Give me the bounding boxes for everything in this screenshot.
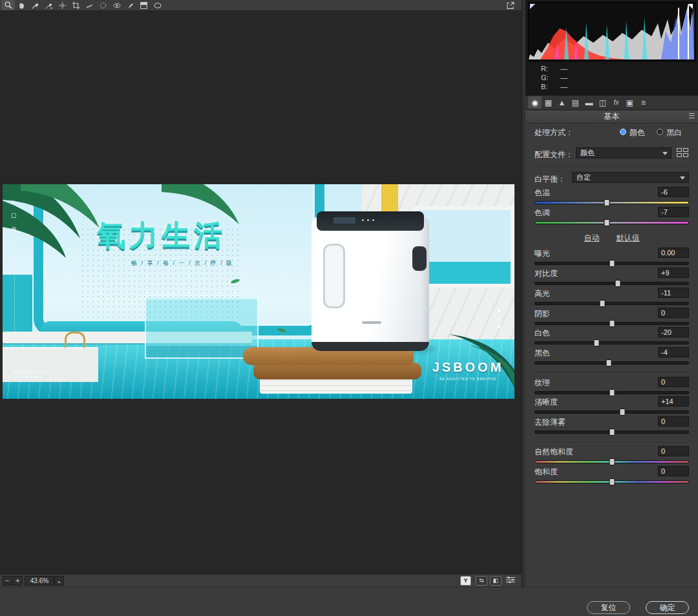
targeted-adjustment-tool-icon[interactable] (56, 0, 69, 10)
zoom-dropdown-caret[interactable]: ⌄ (54, 576, 64, 586)
default-link[interactable]: 默认值 (617, 233, 640, 244)
slider-handle[interactable] (615, 280, 620, 287)
histogram-section: R:— G:— B:— (525, 0, 698, 96)
slider-track[interactable] (534, 341, 689, 345)
slider-track[interactable] (534, 410, 689, 414)
slider-value-input[interactable]: +9 (658, 268, 689, 278)
slider-handle[interactable] (609, 429, 615, 436)
pagination-dot (498, 310, 500, 312)
camera-raw-window: 氧力生活 畅 / 享 / 每 / 一 / 次 / 呼 / 吸 JSBOOM BE… (0, 0, 698, 616)
panel-menu-icon[interactable]: ☰ (688, 111, 695, 121)
red-eye-removal-tool-icon[interactable] (110, 0, 123, 10)
color-sampler-tool-icon[interactable] (42, 0, 56, 10)
slider-handle[interactable] (593, 339, 599, 346)
slider-value-input[interactable]: 0 (658, 466, 689, 476)
preview-image[interactable]: 氧力生活 畅 / 享 / 每 / 一 / 次 / 呼 / 吸 JSBOOM BE… (3, 184, 514, 399)
slider-handle[interactable] (600, 300, 606, 307)
treatment-color-label[interactable]: 颜色 (629, 127, 645, 138)
slider-handle[interactable] (604, 199, 610, 206)
slider-value-input[interactable]: 0 (658, 446, 689, 456)
toggle-fullscreen-icon[interactable] (506, 0, 515, 11)
slider-handle[interactable] (609, 260, 615, 267)
slider-label: 高光 (534, 288, 550, 299)
r-label: R: (541, 65, 548, 72)
white-balance-dropdown[interactable]: 自定 (572, 172, 689, 183)
plus-circle-icon: ⊕ (11, 226, 16, 233)
slider-label: 对比度 (534, 268, 558, 279)
graduated-filter-tool-icon[interactable] (137, 0, 151, 10)
hand-tool-icon[interactable] (15, 0, 28, 10)
ok-button[interactable]: 确定 (646, 601, 689, 614)
tab-basic[interactable]: ◉ (528, 96, 542, 109)
straighten-tool-icon[interactable] (83, 0, 96, 10)
slider-handle[interactable] (609, 320, 615, 327)
image-canvas[interactable]: 氧力生活 畅 / 享 / 每 / 一 / 次 / 呼 / 吸 JSBOOM BE… (0, 11, 522, 575)
slider-value-input[interactable]: 0 (658, 416, 689, 427)
zoom-tool-icon[interactable] (1, 0, 15, 10)
zoom-out-button[interactable]: − (3, 576, 12, 586)
copy-settings-button[interactable]: ◧ (490, 576, 502, 586)
profile-dropdown-value: 颜色 (580, 149, 595, 156)
crop-tool-icon[interactable] (69, 0, 83, 10)
slider-row-whites: 白色 -20 (534, 328, 689, 347)
slider-track[interactable] (534, 262, 689, 265)
treatment-bw-label[interactable]: 黑白 (666, 127, 682, 138)
slider-track[interactable] (534, 322, 689, 325)
reset-button[interactable]: 复位 (587, 601, 630, 614)
zoom-level-value[interactable]: 43.6% (25, 576, 54, 586)
profile-browser-icon[interactable] (677, 148, 688, 158)
slider-track[interactable] (534, 480, 689, 483)
slider-value-input[interactable]: -20 (658, 327, 689, 337)
slider-value-input[interactable]: -6 (658, 187, 689, 197)
treatment-color-radio[interactable] (620, 129, 626, 135)
g-label: G: (541, 74, 549, 81)
slider-track[interactable] (534, 221, 689, 224)
slider-value-input[interactable]: +14 (658, 396, 689, 407)
swap-before-after-button[interactable]: ⇆ (476, 576, 487, 586)
slider-handle[interactable] (609, 478, 615, 485)
slider-handle[interactable] (609, 458, 615, 465)
tab-presets[interactable]: ≡ (637, 96, 650, 109)
slider-handle[interactable] (606, 359, 611, 366)
treatment-bw-radio[interactable] (657, 129, 663, 135)
rgb-readout-r: R:— (541, 65, 548, 72)
slider-handle[interactable] (620, 409, 626, 416)
tab-tone-curve[interactable]: ▦ (542, 96, 555, 109)
tab-lens-corrections[interactable]: ◫ (596, 96, 609, 109)
preview-preferences-icon[interactable] (504, 576, 517, 584)
machine-button-dot (367, 219, 369, 221)
slider-value-input[interactable]: 0 (658, 377, 689, 387)
before-after-y-button[interactable]: Y (460, 576, 471, 586)
slider-value-input[interactable]: 0 (658, 308, 689, 318)
slider-value-input[interactable]: -7 (658, 207, 689, 217)
slider-track[interactable] (534, 391, 689, 394)
slider-value-input[interactable]: -11 (658, 288, 689, 298)
slider-value-input[interactable]: -4 (658, 347, 689, 357)
slider-handle[interactable] (604, 219, 610, 226)
white-balance-eyedropper-icon[interactable] (28, 0, 42, 10)
tab-detail[interactable]: ▲ (555, 96, 569, 109)
slider-handle[interactable] (609, 389, 615, 396)
tab-hsl-adjustments[interactable]: ▤ (569, 96, 582, 109)
slider-track[interactable] (534, 361, 689, 365)
slider-track[interactable] (534, 282, 689, 285)
slider-row-texture: 纹理 0 (534, 377, 689, 397)
auto-link[interactable]: 自动 (584, 233, 600, 244)
profile-dropdown[interactable]: 颜色 (576, 147, 672, 158)
tab-calibration[interactable]: ▣ (623, 96, 637, 109)
zoom-in-button[interactable]: + (13, 576, 23, 586)
home-icon: ⌂ (11, 197, 15, 204)
slider-track[interactable] (534, 460, 689, 463)
radial-filter-tool-icon[interactable] (151, 0, 164, 10)
tab-split-toning[interactable]: ▬ (582, 96, 596, 109)
slider-label: 去除薄雾 (534, 417, 566, 428)
slider-track[interactable] (534, 201, 689, 204)
tab-effects[interactable]: fx (609, 96, 623, 109)
slider-track[interactable] (534, 430, 689, 434)
slider-track[interactable] (534, 302, 689, 305)
slider-value-input[interactable]: 0.00 (658, 248, 689, 258)
histogram[interactable] (528, 2, 696, 61)
spot-removal-tool-icon[interactable] (96, 0, 110, 10)
square-icon: ◻ (11, 211, 16, 218)
adjustment-brush-tool-icon[interactable] (123, 0, 137, 10)
